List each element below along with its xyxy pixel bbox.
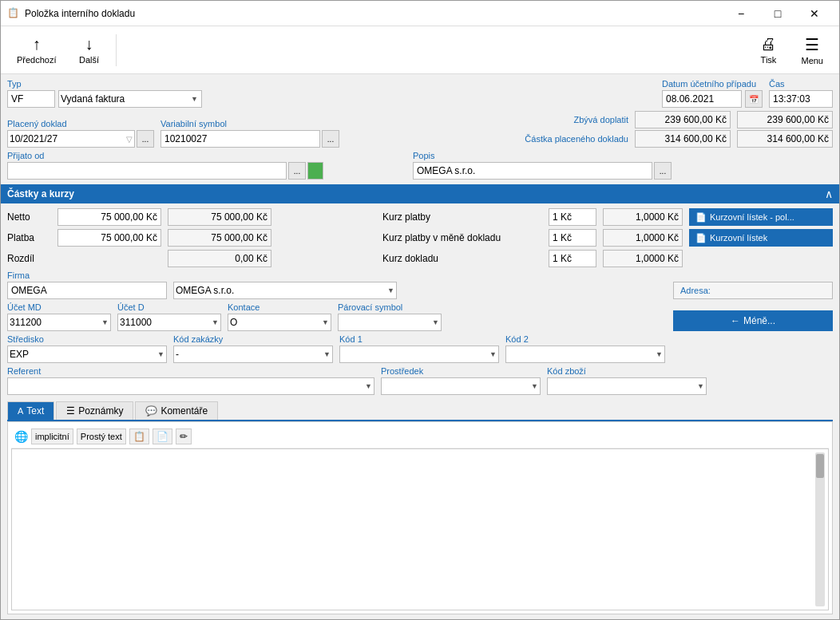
firma-input[interactable]: OMEGA — [7, 282, 167, 299]
variabilni-browse-btn[interactable]: ... — [322, 130, 339, 148]
prijato-input[interactable] — [7, 162, 287, 180]
prostredek-select[interactable]: ▼ — [381, 377, 541, 395]
ucet-md-select[interactable]: 311200 ▼ — [7, 314, 111, 331]
stredisko-value: EXP — [10, 349, 156, 360]
ucet-md-group: Účet MD 311200 ▼ — [7, 302, 111, 331]
kod-zbozi-arrow: ▼ — [697, 382, 704, 390]
prostredek-label: Prostředek — [381, 366, 541, 376]
placeny-label: Placený doklad — [7, 119, 154, 128]
firma-row: OMEGA OMEGA s.r.o. ▼ Adresa: — [7, 282, 833, 299]
ucet-md-arrow: ▼ — [101, 318, 109, 326]
ucet-md-value: 311200 — [10, 317, 100, 328]
kod2-group: Kód 2 ▼ — [505, 334, 665, 363]
kurzovni-icon1: 📄 — [695, 212, 707, 223]
scrollbar-thumb[interactable] — [816, 454, 824, 478]
popis-input[interactable]: OMEGA s.r.o. — [413, 162, 652, 180]
codes-row2: Referent ▼ Prostředek ▼ Kód zboží ▼ — [7, 366, 833, 395]
tab-poznamky-label: Poznámky — [78, 405, 123, 417]
kurz-dokladu-input1[interactable]: 1 Kč — [549, 250, 596, 267]
print-button[interactable]: 🖨 Tisk — [748, 30, 788, 70]
adresa-field: Adresa: — [673, 282, 833, 299]
firma-select-value: OMEGA s.r.o. — [176, 285, 386, 296]
prijato-row: Přijato od ... Popis OMEGA s.r.o. ... — [7, 151, 833, 180]
kurz-platby-input1[interactable]: 1 Kč — [549, 208, 596, 226]
tab-text-icon: A — [18, 406, 23, 416]
typ-input[interactable] — [7, 90, 55, 108]
kontace-label: Kontace — [228, 302, 331, 312]
placeny-browse-btn[interactable]: ... — [137, 130, 154, 148]
variabilni-label: Variabilní symbol — [160, 119, 339, 128]
netto-input1[interactable]: 75 000,00 Kč — [57, 208, 161, 226]
kurzovni-btn2[interactable]: 📄 Kurzovní lístek — [689, 229, 833, 247]
referent-arrow: ▼ — [365, 382, 372, 390]
paste-btn[interactable]: 📄 — [153, 428, 172, 444]
typ-select-value: Vydaná faktura — [61, 93, 189, 105]
globe-icon: 🌐 — [14, 430, 28, 443]
typ-select[interactable]: Vydaná faktura ▼ — [58, 90, 202, 108]
kod-zbozi-label: Kód zboží — [547, 366, 707, 376]
prosty-text-btn[interactable]: Prostý text — [77, 428, 126, 444]
ucet-md-label: Účet MD — [7, 302, 111, 312]
kurz-platby-input2: 1,0000 Kč — [603, 208, 683, 226]
kurz-mene-input1[interactable]: 1 Kč — [549, 229, 596, 247]
edit-btn[interactable]: ✏ — [176, 428, 192, 444]
stredisko-group: Středisko EXP ▼ — [7, 334, 167, 363]
kontace-value: O — [230, 317, 320, 328]
mene-btn[interactable]: ← Méně... — [673, 310, 833, 331]
parovaci-select[interactable]: ▼ — [338, 314, 442, 331]
stredisko-select[interactable]: EXP ▼ — [7, 346, 167, 363]
kurzovni-btn1[interactable]: 📄 Kurzovní lístek - pol... — [689, 208, 833, 226]
next-button[interactable]: ↓ Další — [69, 30, 109, 70]
ucet-d-value: 311000 — [120, 317, 210, 328]
castky-section-header: Částky a kurzy ∧ — [1, 184, 839, 203]
close-button[interactable]: ✕ — [796, 1, 833, 26]
toolbar-right: 🖨 Tisk ☰ Menu — [748, 30, 833, 70]
castky-collapse-btn[interactable]: ∧ — [825, 188, 833, 200]
datum-calendar-btn[interactable]: 📅 — [745, 90, 763, 108]
prev-button[interactable]: ↑ Předchozí — [7, 30, 66, 70]
maximize-button[interactable]: □ — [759, 1, 796, 26]
kod-zakazky-select[interactable]: - ▼ — [173, 346, 333, 363]
kontace-select[interactable]: O ▼ — [228, 314, 331, 331]
tab-poznamky[interactable]: ☰ Poznámky — [56, 401, 133, 420]
ucet-d-label: Účet D — [117, 302, 221, 312]
firma-label: Firma — [7, 271, 833, 280]
variabilni-input[interactable]: 10210027 — [160, 130, 320, 148]
firma-select[interactable]: OMEGA s.r.o. ▼ — [173, 282, 397, 299]
minimize-button[interactable]: − — [723, 1, 759, 26]
typ-row: Typ Vydaná faktura ▼ Datum účetního příp… — [7, 79, 833, 108]
window-title: Položka interního dokladu — [25, 8, 723, 19]
copy-btn[interactable]: 📋 — [129, 428, 149, 444]
platba-input2: 75 000,00 Kč — [168, 229, 271, 247]
tab-text[interactable]: A Text — [7, 401, 54, 420]
stredisko-arrow: ▼ — [157, 350, 164, 358]
prostredek-group: Prostředek ▼ — [381, 366, 541, 395]
scrollbar[interactable] — [815, 452, 825, 606]
kod-zakazky-arrow: ▼ — [323, 350, 331, 358]
tab-komentare[interactable]: 💬 Komentáře — [135, 401, 218, 420]
menu-button[interactable]: ☰ Menu — [791, 30, 833, 70]
referent-select[interactable]: ▼ — [7, 377, 374, 395]
datum-input[interactable]: 08.06.2021 — [662, 90, 742, 108]
tabs-section: A Text ☰ Poznámky 💬 Komentáře 🌐 implicit… — [7, 398, 833, 614]
ucet-d-select[interactable]: 311000 ▼ — [117, 314, 221, 331]
popis-group: Popis OMEGA s.r.o. ... — [413, 151, 833, 180]
kod-zbozi-select[interactable]: ▼ — [547, 377, 707, 395]
kod-zakazky-value: - — [176, 349, 322, 360]
cas-input[interactable]: 13:37:03 — [769, 90, 833, 108]
tab-poznamky-icon: ☰ — [66, 405, 75, 417]
popis-browse-btn[interactable]: ... — [654, 162, 672, 180]
typ-group: Typ Vydaná faktura ▼ — [7, 79, 202, 108]
text-editor-area[interactable] — [11, 448, 829, 610]
kod1-select[interactable]: ▼ — [339, 346, 499, 363]
prijato-browse-btn[interactable]: ... — [288, 162, 306, 180]
zbyvá-value2: 239 600,00 Kč — [737, 111, 833, 128]
placeny-select[interactable]: 10/2021/27 ▽ — [7, 130, 135, 148]
prev-icon: ↑ — [33, 35, 41, 53]
placeny-row: Placený doklad 10/2021/27 ▽ ... Variabil… — [7, 111, 833, 148]
rozdil-input: 0,00 Kč — [168, 250, 271, 267]
platba-input1[interactable]: 75 000,00 Kč — [57, 229, 161, 247]
kod2-select[interactable]: ▼ — [505, 346, 665, 363]
kurz-platby-label: Kurz platby — [382, 211, 542, 223]
implicitni-btn[interactable]: implicitní — [31, 428, 73, 444]
